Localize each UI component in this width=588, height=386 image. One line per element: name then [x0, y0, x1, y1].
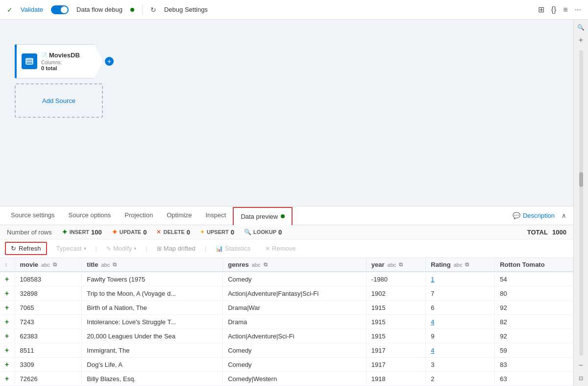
table-header-row: ↕ movie abc ⧉ — [0, 258, 573, 272]
total-label: TOTAL 1000 — [527, 229, 566, 236]
tabs-bar: Source settings Source options Projectio… — [0, 206, 573, 225]
row-summary: Number of rows ✦ INSERT 100 ✦ UPDATE 0 ✕… — [0, 225, 573, 239]
row-rotten-tomato: 63 — [495, 372, 573, 386]
row-indicator-cell: + — [0, 315, 15, 329]
row-plus-icon: + — [5, 318, 9, 326]
tab-optimize[interactable]: Optimize — [160, 206, 198, 225]
sep3: | — [205, 245, 206, 252]
node-columns-label: Columns: — [41, 60, 91, 65]
delete-summary: ✕ DELETE 0 — [156, 229, 190, 236]
toolbar-right: ⊞ {} ≡ ··· — [538, 5, 581, 14]
scroll-track[interactable] — [579, 50, 583, 356]
row-plus-icon: + — [5, 346, 9, 354]
row-rating: 4 — [426, 343, 495, 358]
row-rotten-tomato: 82 — [495, 315, 573, 329]
insert-summary: ✦ INSERT 100 — [62, 228, 102, 236]
debug-settings-label[interactable]: Debug Settings — [164, 6, 208, 13]
scroll-thumb[interactable] — [579, 172, 583, 187]
row-title: 20,000 Leagues Under the Sea — [82, 329, 223, 343]
description-button[interactable]: 💬 Description — [509, 212, 559, 219]
row-genres: Drama — [223, 315, 367, 329]
remove-icon: ✕ — [265, 245, 270, 252]
row-title: Dog's Life, A — [82, 358, 223, 372]
grid-icon[interactable]: ⊞ — [538, 5, 544, 14]
movies-db-node[interactable]: 📄 MoviesDB Columns: 0 total — [15, 44, 103, 78]
row-year: 1915 — [366, 329, 425, 343]
tab-collapse-button[interactable]: ∧ — [559, 212, 569, 219]
row-indicator-cell: + — [0, 343, 15, 358]
remove-button[interactable]: ✕ Remove — [260, 242, 301, 255]
tab-projection[interactable]: Projection — [118, 206, 160, 225]
modify-button[interactable]: ✎ Modify ▾ — [101, 242, 142, 255]
row-plus-icon: + — [5, 375, 9, 383]
rating-link[interactable]: 4 — [431, 347, 434, 354]
row-movie: 62383 — [15, 329, 82, 343]
more-options-icon[interactable]: ··· — [575, 5, 581, 14]
fit-screen-icon[interactable]: ⊡ — [576, 373, 586, 383]
row-rating: 2 — [426, 372, 495, 386]
row-movie: 7243 — [15, 315, 82, 329]
refresh-button[interactable]: ↻ Refresh — [5, 242, 47, 255]
table-row: +72626Billy Blazes, Esq.Comedy|Western19… — [0, 372, 573, 386]
rating-link[interactable]: 1 — [431, 276, 434, 283]
tab-data-preview[interactable]: Data preview — [233, 207, 293, 225]
th-year: year abc ⧉ — [366, 258, 425, 272]
row-year: 1917 — [366, 343, 425, 358]
insert-label: INSERT — [70, 229, 89, 235]
row-genres: Action|Adventure|Sci-Fi — [223, 329, 367, 343]
map-drifted-icon: ⊞ — [157, 245, 162, 252]
zoom-out-icon[interactable]: − — [576, 360, 586, 370]
row-movie: 72626 — [15, 372, 82, 386]
row-genres: Comedy — [223, 343, 367, 358]
row-indicator-cell: + — [0, 372, 15, 386]
row-year: 1918 — [366, 372, 425, 386]
row-plus-icon: + — [5, 275, 9, 283]
typecast-button[interactable]: Typecast ▾ — [51, 242, 92, 255]
debug-refresh-icon: ↻ — [150, 6, 156, 14]
title-copy-icon[interactable]: ⧉ — [113, 261, 117, 268]
number-of-rows-label: Number of rows — [7, 229, 52, 236]
row-rotten-tomato: 83 — [495, 358, 573, 372]
th-rotten-tomato: Rotton Tomato — [495, 258, 573, 272]
action-bar: ↻ Refresh Typecast ▾ | ✎ Modify ▾ | ⊞ Ma… — [0, 239, 573, 258]
th-movie: movie abc ⧉ — [15, 258, 82, 272]
sep1: | — [96, 245, 97, 252]
search-icon[interactable]: 🔍 — [576, 23, 586, 32]
statistics-icon: 📊 — [216, 245, 223, 252]
rating-link[interactable]: 4 — [431, 318, 434, 326]
row-genres: Comedy — [223, 358, 367, 372]
tab-inspect[interactable]: Inspect — [198, 206, 233, 225]
genres-copy-icon[interactable]: ⧉ — [264, 261, 268, 268]
settings-icon[interactable]: ≡ — [563, 5, 567, 14]
statistics-button[interactable]: 📊 Statistics — [210, 242, 256, 255]
row-genres: Comedy — [223, 272, 367, 286]
row-genres: Action|Adventure|Fantasy|Sci-Fi — [223, 286, 367, 301]
row-rating: 9 — [426, 329, 495, 343]
validate-label[interactable]: Validate — [21, 6, 43, 13]
row-title: Trip to the Moon, A (Voyage d... — [82, 286, 223, 301]
canvas-area: 📄 MoviesDB Columns: 0 total + Add Source… — [0, 20, 588, 386]
dataflow-debug-toggle[interactable] — [51, 5, 69, 14]
tab-source-options[interactable]: Source options — [62, 206, 118, 225]
row-title: Fawlty Towers (1975 — [82, 272, 223, 286]
node-name: 📄 MoviesDB — [41, 51, 91, 59]
code-icon[interactable]: {} — [551, 5, 557, 14]
node-db-icon — [22, 53, 37, 69]
sort-icon[interactable]: ↕ — [5, 262, 7, 267]
node-plus-button[interactable]: + — [105, 57, 114, 66]
map-drifted-button[interactable]: ⊞ Map drifted — [151, 242, 201, 255]
upsert-summary: ✦ UPSERT 0 — [200, 229, 234, 236]
update-summary: ✦ UPDATE 0 — [112, 228, 147, 236]
rating-copy-icon[interactable]: ⧉ — [465, 261, 469, 268]
table-row: +7243Intolerance: Love's Struggle T...Dr… — [0, 315, 573, 329]
tab-source-settings[interactable]: Source settings — [4, 206, 62, 225]
movie-copy-icon[interactable]: ⧉ — [53, 261, 57, 268]
zoom-in-icon[interactable]: + — [576, 35, 586, 45]
node-container: 📄 MoviesDB Columns: 0 total + Add Source — [15, 44, 103, 118]
row-movie: 7065 — [15, 301, 82, 315]
table-row: +3309Dog's Life, AComedy1917383 — [0, 358, 573, 372]
row-indicator-cell: + — [0, 286, 15, 301]
row-rating: 1 — [426, 272, 495, 286]
add-source-box[interactable]: Add Source — [15, 83, 103, 118]
year-copy-icon[interactable]: ⧉ — [399, 261, 403, 268]
